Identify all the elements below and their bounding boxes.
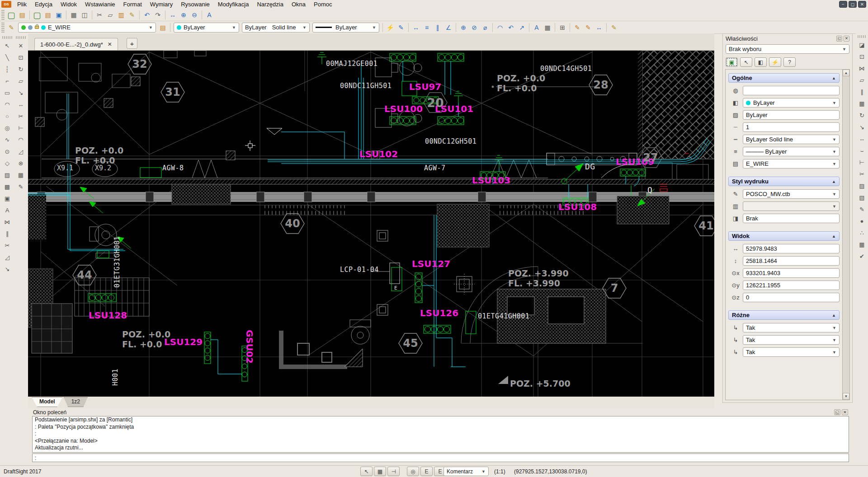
scroll-down-icon[interactable]: ▼ — [843, 393, 849, 400]
toolbar-handle[interactable] — [2, 36, 12, 39]
lineweight-combo[interactable]: ByLayer ▼ — [312, 23, 379, 33]
command-input[interactable]: : — [32, 454, 849, 462]
menu-modyfikacja[interactable]: Modyfikacja — [214, 0, 253, 8]
properties-scrollbar[interactable]: ▲ ▼ — [842, 70, 849, 400]
property-painter-button[interactable]: ⚡ — [769, 57, 781, 67]
section-header[interactable]: Widok▲ — [728, 231, 840, 241]
fillet-icon[interactable]: ◠ — [15, 135, 26, 145]
select-matching-button[interactable]: ▣ — [726, 57, 738, 67]
property-field-view-height[interactable]: 25818.1464 — [743, 256, 840, 266]
point-icon[interactable]: ⊙ — [2, 146, 13, 156]
trim-hatch-icon[interactable]: ▨ — [857, 181, 867, 191]
select-cursor-button[interactable]: ↖ — [740, 57, 752, 67]
minimize-icon[interactable]: − — [839, 1, 847, 8]
mirror2-icon[interactable]: ⋈ — [857, 64, 867, 73]
property-field-ucs-viewport[interactable]: Tak▼ — [743, 347, 840, 357]
explode-bomb-icon[interactable]: ● — [857, 216, 867, 226]
menu-widok[interactable]: Widok — [57, 0, 81, 8]
ring-icon[interactable]: ◎ — [2, 123, 13, 133]
stretch2-icon[interactable]: ↔ — [857, 134, 867, 144]
section-header[interactable]: Różne▲ — [728, 310, 840, 320]
property-field-transparency[interactable]: ByLayer — [743, 110, 840, 120]
smart-dimension-icon[interactable]: ✎ — [396, 23, 406, 33]
print-icon[interactable]: ▦ — [68, 10, 79, 20]
dim-baseline-icon[interactable]: ≡ — [421, 23, 432, 33]
tab-sheet-1z2[interactable]: 1z2 — [64, 397, 88, 407]
save-icon[interactable]: ▣ — [53, 10, 64, 20]
property-field-ucs-follow[interactable]: Tak▼ — [743, 323, 840, 332]
property-field-print-style-attached[interactable]: Brak — [743, 214, 840, 223]
line-icon[interactable]: ╲ — [2, 52, 13, 62]
polar-guide-icon[interactable]: ◎ — [407, 467, 419, 476]
copy-icon[interactable]: ▱ — [105, 10, 116, 20]
mirror-icon[interactable]: ⋈ — [2, 217, 13, 227]
measure-tool-icon[interactable]: ↘ — [2, 264, 13, 274]
grid-icon[interactable]: ▦ — [374, 467, 386, 476]
property-field-center-x[interactable]: 933201.9403 — [743, 268, 840, 278]
lengthen-icon[interactable]: ⊢ — [857, 158, 867, 167]
edit-hatch-icon[interactable]: ✎ — [857, 205, 867, 214]
linetype-combo[interactable]: ByLayer Solid line ▼ — [242, 23, 310, 33]
undo-icon[interactable]: ↶ — [142, 10, 152, 20]
explode-icon[interactable]: ⊗ — [15, 158, 26, 168]
move-icon[interactable]: ⊡ — [15, 52, 26, 62]
help-button[interactable]: ? — [783, 57, 796, 67]
eraser-icon[interactable]: ◪ — [857, 40, 867, 50]
menu-wymiary[interactable]: Wymiary — [146, 0, 177, 8]
collapse-icon[interactable]: ▲ — [832, 234, 836, 238]
chamfer2-icon[interactable]: ◿ — [15, 146, 26, 156]
property-field-center-y[interactable]: 126221.1955 — [743, 281, 840, 290]
layers-manager-icon[interactable]: ▤ — [157, 23, 168, 33]
quick-select-button[interactable]: ◧ — [755, 57, 767, 67]
arc-icon[interactable]: ◠ — [2, 99, 13, 109]
menu-pomoc[interactable]: Pomoc — [310, 0, 336, 8]
pan-icon[interactable]: ↔ — [167, 10, 178, 20]
note-icon[interactable]: A — [2, 205, 13, 215]
paste-icon[interactable]: ▥ — [116, 10, 127, 20]
table-icon[interactable]: ▦ — [542, 23, 553, 33]
check-icon[interactable]: ✔ — [857, 252, 867, 261]
region-icon[interactable]: ▣ — [2, 193, 13, 203]
extend-icon[interactable]: ⊢ — [15, 123, 26, 133]
gradient-icon[interactable]: ▩ — [2, 182, 13, 192]
copy2-icon[interactable]: ▱ — [857, 75, 867, 85]
float-props-icon[interactable]: ◱ — [836, 36, 842, 42]
cut-icon[interactable]: ✂ — [94, 10, 105, 20]
annotation-scale-combo[interactable]: Komentarz ▼ — [443, 467, 489, 476]
edit-annotation-icon[interactable]: ✎ — [609, 23, 619, 33]
ortho-icon[interactable]: ⊣ — [387, 467, 400, 476]
property-field-lineweight[interactable]: ——— ByLayer▼ — [743, 147, 840, 156]
property-field-center-z[interactable]: 0 — [743, 293, 840, 302]
stretch-icon[interactable]: ↔ — [15, 99, 26, 109]
construction-line-icon[interactable]: ┆ — [2, 64, 13, 74]
menu-plik[interactable]: Plik — [13, 0, 31, 8]
dim-linear-icon[interactable]: ↔ — [410, 23, 421, 33]
command-history[interactable]: Podstawienie [arsimp.shx] za [Romantic]:… — [32, 416, 849, 453]
zoom-in-icon[interactable]: ⊕ — [178, 10, 189, 20]
array2-icon[interactable]: ▦ — [857, 240, 867, 249]
maximize-icon[interactable]: ◻ — [849, 1, 857, 8]
new-sheet-icon[interactable]: ▢ — [32, 10, 42, 20]
spray-icon[interactable]: ∴ — [857, 228, 867, 238]
close-icon[interactable]: ✕ — [858, 1, 866, 8]
menu-rysowanie[interactable]: Rysowanie — [177, 0, 214, 8]
collapse-icon[interactable]: ▲ — [832, 76, 836, 80]
toolbar-handle[interactable] — [16, 36, 26, 39]
property-field-linetype[interactable]: ByLayer Solid line▼ — [743, 135, 840, 144]
print-preview-icon[interactable]: ◫ — [79, 10, 90, 20]
dim-radius-icon[interactable]: ⊘ — [469, 23, 480, 33]
section-header[interactable]: Ogólne▲ — [728, 73, 840, 83]
layers-edit-icon[interactable]: ✎ — [6, 23, 17, 33]
rotate-icon[interactable]: ↻ — [15, 64, 26, 74]
new-tab-button[interactable]: + — [127, 38, 137, 49]
revision-curve-icon[interactable]: ↶ — [505, 23, 516, 33]
close-panel-icon[interactable]: ✕ — [842, 409, 848, 415]
scroll-up-icon[interactable]: ▲ — [843, 70, 849, 76]
zoom-out-icon[interactable]: ⊖ — [189, 10, 200, 20]
scale2-icon[interactable]: ↘ — [857, 122, 867, 132]
new-file-icon[interactable]: ▢ — [6, 10, 17, 20]
toolbar-handle-2[interactable] — [1, 23, 5, 33]
open-sheet-icon[interactable]: ▤ — [42, 10, 53, 20]
pattern-icon[interactable]: ▦ — [857, 99, 867, 108]
overlap-icon[interactable]: ▧ — [857, 193, 867, 202]
